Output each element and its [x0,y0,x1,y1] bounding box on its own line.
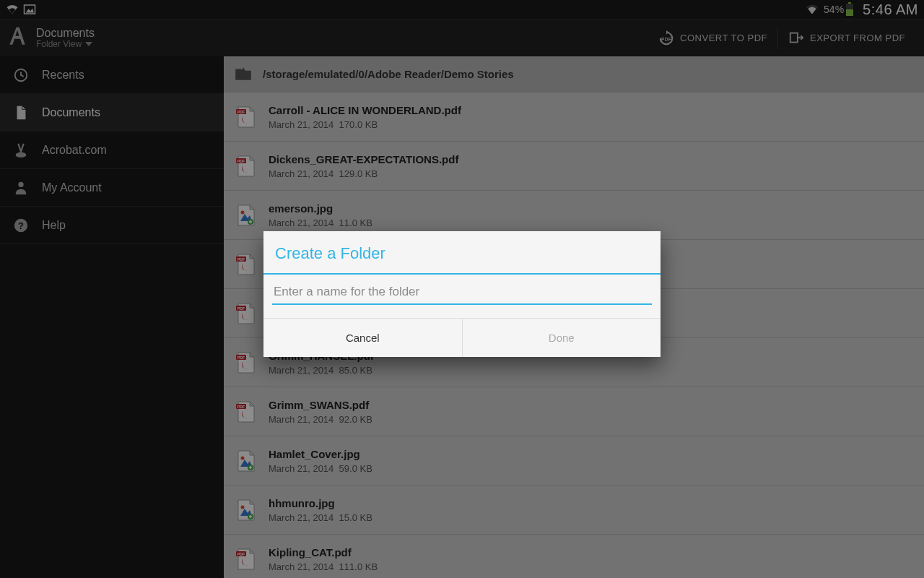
dialog-title: Create a Folder [263,231,661,273]
create-folder-dialog: Create a Folder Cancel Done [263,231,661,357]
folder-name-input[interactable] [272,280,652,305]
cancel-button[interactable]: Cancel [263,319,462,357]
done-button[interactable]: Done [462,319,661,357]
